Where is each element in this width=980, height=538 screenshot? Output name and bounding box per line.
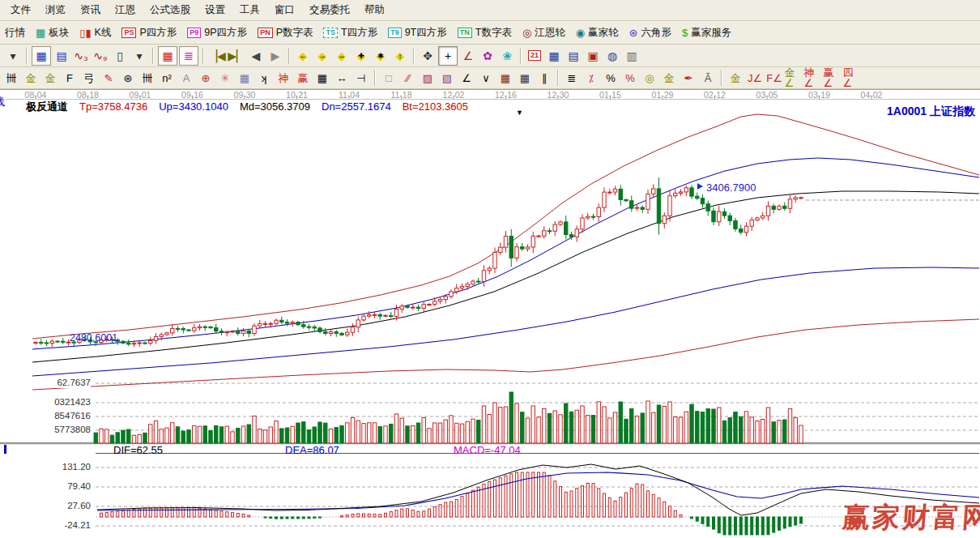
ying-grid-tool[interactable]: 赢 [294, 70, 313, 87]
calendar-icon[interactable]: 21 [526, 47, 543, 65]
save-disk-icon[interactable]: ▣ [584, 47, 602, 65]
mode-gann-wheel[interactable]: ◎江恩轮 [520, 24, 568, 41]
blue-grid-icon[interactable]: ▦ [32, 46, 51, 66]
kline-chart-svg[interactable] [0, 89, 980, 538]
parallel-lines-tool[interactable]: ∥ [535, 70, 554, 87]
mode-hexagon[interactable]: ⊛六角形 [627, 24, 674, 41]
spiral-tool[interactable]: 弓 [80, 70, 99, 87]
f-angle-tool[interactable]: F∠ [765, 70, 784, 87]
shen-angle-tool[interactable]: 神∠ [804, 70, 823, 87]
fan-box-tool-2[interactable]: ▧ [438, 70, 457, 87]
menu-item-help[interactable]: 帮助 [357, 1, 392, 19]
teal-knot-tool[interactable]: ❀ [498, 47, 516, 65]
menu-item-gann[interactable]: 江恩 [108, 1, 143, 19]
red-fan-tool[interactable]: ∕∕ [399, 70, 418, 87]
menu-item-window[interactable]: 窗口 [267, 1, 302, 19]
mode-9t-square[interactable]: T99T四方形 [386, 24, 450, 41]
menu-item-news[interactable]: 资讯 [73, 1, 108, 19]
menu-item-file[interactable]: 文件 [3, 1, 38, 19]
purple-knot-tool[interactable]: ✿ [479, 47, 496, 65]
angle-tool[interactable]: ∠ [459, 47, 477, 65]
color-histogram-icon[interactable]: ≣ [179, 46, 198, 66]
star-grid-tool[interactable]: ✳ [216, 70, 235, 87]
mode-winner-service[interactable]: $赢家服务 [680, 24, 734, 41]
calculator-icon[interactable]: ▦ [545, 47, 563, 65]
box-tool[interactable]: □ [380, 70, 398, 87]
chart-canvas[interactable]: 08-0408-1809-0109-1609-3010-2111-0411-18… [0, 89, 980, 538]
ying-angle-tool[interactable]: 赢∠ [824, 70, 842, 87]
wave9-icon[interactable]: ∿₉ [92, 47, 109, 65]
diamond-left[interactable]: ◆← [294, 47, 312, 65]
computer-icon[interactable]: ▥ [623, 47, 641, 65]
percent-slash-tool[interactable]: ⁒ [582, 70, 601, 87]
dense-grid-tool[interactable]: ▦ [496, 70, 515, 87]
circle-grid-tool[interactable]: ⊛ [119, 70, 138, 87]
first-bar-button[interactable]: ▕◀ [208, 47, 226, 65]
diamond-vexpand[interactable]: ◆↕ [391, 47, 409, 65]
mode-quotes[interactable]: 行情 [2, 24, 28, 41]
last-bar-button[interactable]: ▶▏ [228, 47, 245, 65]
mode-t-number-table[interactable]: TNT数字表 [455, 24, 514, 41]
angle-lines-tool[interactable]: ∠ [458, 70, 476, 87]
f-grid-tool[interactable]: F [61, 70, 79, 87]
wave3-icon[interactable]: ∿₃ [72, 47, 90, 65]
boxed-star-tool[interactable]: ▦ [236, 70, 254, 87]
gold-circle-tool[interactable]: ◎ [641, 70, 659, 87]
next-bar-button[interactable]: ▶ [266, 47, 284, 65]
hand-tool[interactable]: ✥ [419, 47, 437, 65]
candle-icon[interactable]: ▯ [111, 47, 129, 65]
red-grid-icon[interactable]: ▦ [158, 46, 177, 66]
date-tick-label: 08-04 [25, 90, 47, 100]
grid-arrow-tool[interactable]: ▦ [516, 70, 535, 87]
k-mark-tool[interactable]: ʞ [255, 70, 274, 87]
price-scale-tool[interactable]: ≣ [563, 70, 582, 87]
red-pen-tool[interactable]: ✎ [100, 70, 118, 87]
menu-item-browse[interactable]: 浏览 [38, 1, 73, 19]
gold-grid-tool[interactable]: 金 [22, 70, 40, 87]
a-wave-tool[interactable]: Ã [699, 70, 718, 87]
percent-lines-tool[interactable]: % [621, 70, 640, 87]
gold-underline-tool[interactable]: 金 [660, 70, 679, 87]
h-arrow-tool[interactable]: ↔ [333, 70, 352, 87]
shen-grid-tool[interactable]: 神 [275, 70, 293, 87]
menu-item-tools[interactable]: 工具 [232, 1, 267, 19]
n-squared-tool[interactable]: n² [158, 70, 177, 87]
a-lines-tool[interactable]: A [177, 70, 196, 87]
diamond-cross[interactable]: ◆✚ [352, 47, 370, 65]
fan-box-tool[interactable]: ▨ [419, 70, 437, 87]
mode-p-square[interactable]: PSP四方形 [119, 24, 179, 41]
diamond-right[interactable]: ◆→ [313, 47, 331, 65]
gold-grid-tool-2[interactable]: 金 [41, 70, 60, 87]
menu-item-trade-entrust[interactable]: 交易委托 [302, 1, 357, 19]
mode-t-square[interactable]: TST四方形 [321, 24, 380, 41]
menu-item-formula-stock-pick[interactable]: 公式选股 [143, 1, 198, 19]
notebook-icon[interactable]: ▤ [565, 47, 582, 65]
gold-redline-tool[interactable]: 金 [726, 70, 745, 87]
j-angle-tool[interactable]: J∠ [746, 70, 765, 87]
gold-angle-tool[interactable]: 金∠ [785, 70, 803, 87]
time-grid-tool[interactable]: 卌 [2, 70, 21, 87]
dropdown-caret[interactable]: ▾ [4, 47, 22, 65]
crosshair-tool[interactable]: + [438, 46, 458, 66]
grid-tool-2[interactable]: 卌 [138, 70, 157, 87]
prev-bar-button[interactable]: ◀ [247, 47, 265, 65]
mode-sectors[interactable]: ▦板块 [33, 24, 71, 41]
diamond-hexpand[interactable]: ◆↔ [333, 47, 351, 65]
diamond-star[interactable]: ◆✱ [372, 47, 390, 65]
v-lines-tool[interactable]: ∨ [477, 70, 496, 87]
menu-item-settings[interactable]: 设置 [198, 1, 232, 19]
clipboard-icon[interactable]: ▤ [53, 47, 70, 65]
web-disk-icon[interactable]: ◍ [603, 47, 621, 65]
candle-caret[interactable]: ▾ [130, 47, 148, 65]
red-target-tool[interactable]: ⊕ [197, 70, 215, 87]
si-angle-tool[interactable]: 四∠ [843, 70, 862, 87]
volume-bar [121, 430, 125, 443]
tack-arrow-tool[interactable]: ⊣ [352, 70, 371, 87]
grid-123-tool[interactable]: ▦ [313, 70, 332, 87]
mode-p-number-table[interactable]: PNP数字表 [255, 24, 315, 41]
mode-winner-wheel[interactable]: ◉赢家轮 [573, 24, 621, 41]
percent-tool[interactable]: % [602, 70, 620, 87]
mode-kline[interactable]: ▯▮K线 [77, 24, 113, 41]
red-flag-pen-tool[interactable]: ✒ [680, 70, 698, 87]
mode-9p-square[interactable]: P99P四方形 [185, 24, 249, 41]
